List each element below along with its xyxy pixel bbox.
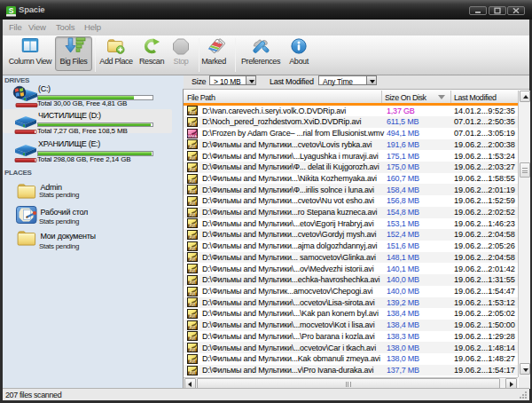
svg-text:AVI: AVI [189,336,195,341]
svg-text:AVI: AVI [189,370,195,375]
svg-text:AVI: AVI [189,325,195,329]
svg-text:AVI: AVI [189,122,195,127]
svg-text:AVI: AVI [189,190,195,194]
svg-text:AVI: AVI [189,202,195,206]
svg-text:AVI: AVI [189,235,195,240]
svg-text:AVI: AVI [189,156,195,161]
svg-text:AVI: AVI [189,359,195,363]
svg-text:AVI: AVI [189,224,195,228]
svg-text:AVI: AVI [189,269,195,273]
svg-text:AVI: AVI [189,212,195,217]
svg-text:AVI: AVI [189,314,195,319]
svg-text:AVI: AVI [189,281,195,285]
svg-text:AVI: AVI [189,145,195,149]
svg-text:AVI: AVI [189,111,195,115]
svg-text:AVI: AVI [189,178,195,183]
svg-text:AVI: AVI [189,167,195,171]
svg-text:AVI: AVI [189,246,195,250]
svg-text:AVI: AVI [189,303,195,307]
svg-text:WMA: WMA [188,133,197,138]
svg-text:AVI: AVI [189,348,195,352]
svg-text:AVI: AVI [189,257,195,262]
svg-text:AVI: AVI [189,291,195,296]
svg-text:S: S [9,6,14,15]
